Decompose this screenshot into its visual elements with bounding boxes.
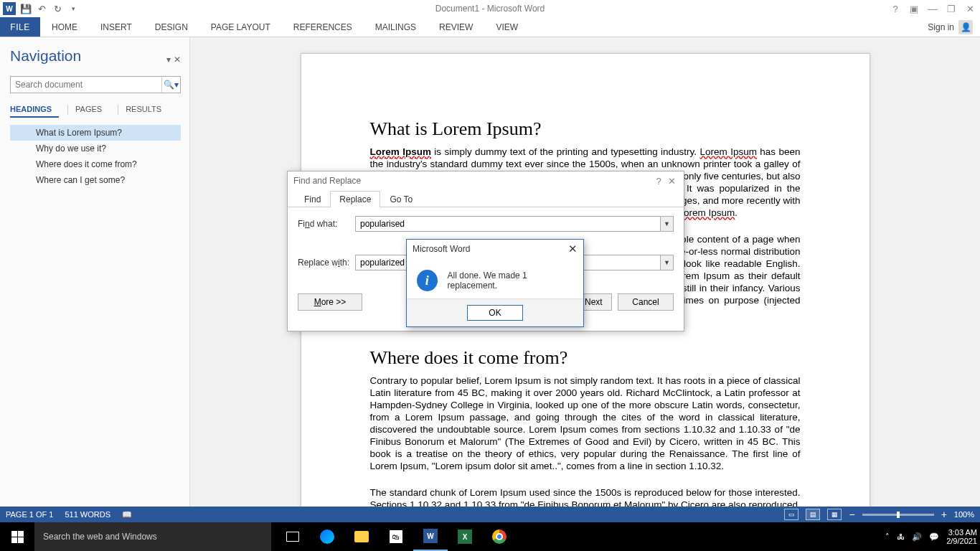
more-button[interactable]: More >> — [298, 293, 362, 311]
nav-close-icon[interactable]: ✕ — [174, 55, 181, 65]
tab-file[interactable]: FILE — [0, 17, 40, 37]
tab-view[interactable]: VIEW — [484, 17, 529, 37]
replace-with-label: Replace with: — [298, 258, 355, 268]
heading-item[interactable]: Why do we use it? — [10, 141, 181, 156]
nav-tab-headings[interactable]: HEADINGS — [10, 102, 59, 118]
tab-review[interactable]: REVIEW — [428, 17, 484, 37]
status-bar: PAGE 1 OF 1 511 WORDS 📖 ▭ ▤ ▦ − + 100% — [0, 507, 980, 522]
tab-insert[interactable]: INSERT — [89, 17, 143, 37]
help-icon[interactable]: ? — [890, 4, 901, 14]
avatar-icon: 👤 — [958, 20, 973, 34]
find-what-field[interactable] — [356, 217, 660, 231]
chrome-icon[interactable] — [482, 522, 517, 551]
store-icon[interactable]: 🛍 — [379, 522, 413, 551]
word-app-icon: W — [3, 2, 16, 15]
zoom-in-icon[interactable]: + — [941, 509, 947, 520]
doc-heading-2: Where does it come from? — [370, 347, 801, 369]
nav-tab-pages[interactable]: PAGES — [75, 102, 109, 118]
doc-heading-1: What is Lorem Ipsum? — [370, 118, 801, 140]
nav-search-input[interactable] — [11, 77, 161, 93]
tab-replace[interactable]: Replace — [330, 191, 380, 207]
search-icon[interactable]: 🔍▾ — [161, 77, 180, 93]
quick-access-toolbar: W 💾 ↶ ↻ ▾ — [0, 2, 79, 15]
heading-item[interactable]: Where does it come from? — [10, 156, 181, 172]
document-title: Document1 - Microsoft Word — [435, 4, 545, 14]
restore-icon[interactable]: ❐ — [946, 4, 957, 14]
dialog-titlebar[interactable]: Find and Replace ? ✕ — [288, 171, 684, 190]
msgbox-text: All done. We made 1 replacement. — [448, 270, 573, 291]
read-mode-icon[interactable]: ▭ — [784, 509, 798, 520]
sign-in-label: Sign in — [928, 22, 954, 32]
dialog-close-icon[interactable]: ✕ — [665, 176, 678, 187]
heading-item[interactable]: What is Lorem Ipsum? — [10, 125, 181, 141]
dropdown-icon[interactable]: ▼ — [660, 255, 673, 270]
action-center-icon[interactable]: 💬 — [929, 532, 939, 542]
tray-chevron-icon[interactable]: ˄ — [885, 532, 890, 542]
save-icon[interactable]: 💾 — [20, 3, 32, 14]
info-icon: i — [417, 270, 438, 291]
minimize-icon[interactable]: — — [927, 4, 938, 14]
qat-dropdown-icon[interactable]: ▾ — [67, 3, 79, 14]
tab-page-layout[interactable]: PAGE LAYOUT — [199, 17, 282, 37]
web-layout-icon[interactable]: ▦ — [827, 509, 842, 520]
edge-icon[interactable] — [310, 522, 344, 551]
taskbar: Search the web and Windows 🛍 W X ˄ 🖧 🔊 💬… — [0, 522, 980, 551]
msgbox-titlebar[interactable]: Microsoft Word ✕ — [407, 240, 583, 258]
clock[interactable]: 3:03 AM 2/9/2021 — [946, 528, 977, 545]
msgbox-title: Microsoft Word — [413, 244, 568, 254]
close-icon[interactable]: ✕ — [964, 4, 976, 14]
tab-goto[interactable]: Go To — [380, 191, 422, 207]
heading-item[interactable]: Where can I get some? — [10, 172, 181, 188]
taskbar-search[interactable]: Search the web and Windows — [34, 522, 271, 551]
status-page[interactable]: PAGE 1 OF 1 — [6, 510, 53, 519]
zoom-slider[interactable] — [862, 514, 934, 516]
tab-home[interactable]: HOME — [40, 17, 89, 37]
cancel-button[interactable]: Cancel — [618, 293, 674, 311]
nav-tab-separator — [118, 105, 118, 115]
nav-tab-separator — [67, 105, 68, 115]
undo-icon[interactable]: ↶ — [36, 3, 47, 14]
excel-taskbar-icon[interactable]: X — [448, 522, 482, 551]
zoom-out-icon[interactable]: − — [849, 509, 854, 520]
nav-search[interactable]: 🔍▾ — [10, 76, 181, 93]
msgbox-close-icon[interactable]: ✕ — [568, 242, 578, 255]
message-box: Microsoft Word ✕ i All done. We made 1 r… — [406, 239, 584, 327]
headings-list: What is Lorem Ipsum? Why do we use it? W… — [10, 125, 181, 188]
sign-in[interactable]: Sign in 👤 — [928, 17, 980, 37]
dropdown-icon[interactable]: ▼ — [660, 217, 673, 231]
tab-find[interactable]: Find — [295, 191, 330, 207]
tab-references[interactable]: REFERENCES — [282, 17, 364, 37]
clock-time: 3:03 AM — [946, 528, 977, 537]
redo-icon[interactable]: ↻ — [52, 3, 63, 14]
nav-tabs: HEADINGS PAGES RESULTS — [10, 102, 181, 118]
nav-options-icon[interactable]: ▾ — [166, 55, 171, 65]
find-what-label: Find what: — [298, 219, 355, 229]
start-button[interactable] — [0, 522, 34, 551]
window-controls: ? ▣ — ❐ ✕ — [890, 4, 980, 14]
clock-date: 2/9/2021 — [946, 537, 977, 545]
zoom-level[interactable]: 100% — [954, 510, 974, 519]
ok-button[interactable]: OK — [467, 305, 523, 321]
print-layout-icon[interactable]: ▤ — [806, 509, 820, 520]
ribbon-display-icon[interactable]: ▣ — [908, 4, 920, 14]
system-tray: ˄ 🖧 🔊 💬 3:03 AM 2/9/2021 — [885, 528, 980, 545]
title-bar: W 💾 ↶ ↻ ▾ Document1 - Microsoft Word ? ▣… — [0, 0, 980, 17]
file-explorer-icon[interactable] — [344, 522, 379, 551]
find-what-input[interactable]: ▼ — [355, 216, 674, 232]
ribbon-tabs: FILE HOME INSERT DESIGN PAGE LAYOUT REFE… — [0, 17, 980, 37]
network-icon[interactable]: 🖧 — [897, 532, 905, 541]
tab-mailings[interactable]: MAILINGS — [364, 17, 428, 37]
dialog-title: Find and Replace — [293, 176, 652, 186]
task-view-icon[interactable] — [275, 522, 310, 551]
nav-tab-results[interactable]: RESULTS — [126, 102, 169, 118]
status-words[interactable]: 511 WORDS — [65, 510, 110, 519]
dialog-help-icon[interactable]: ? — [652, 176, 665, 187]
word-taskbar-icon[interactable]: W — [413, 522, 448, 551]
tab-design[interactable]: DESIGN — [143, 17, 199, 37]
navigation-pane: Navigation ▾ ✕ 🔍▾ HEADINGS PAGES RESULTS… — [0, 37, 190, 535]
dialog-tabs: Find Replace Go To — [288, 190, 684, 207]
volume-icon[interactable]: 🔊 — [912, 532, 922, 542]
doc-paragraph: Contrary to popular belief, Lorem Ipsum … — [370, 375, 801, 472]
proofing-icon[interactable]: 📖 — [122, 510, 132, 519]
navigation-title: Navigation — [10, 47, 81, 65]
